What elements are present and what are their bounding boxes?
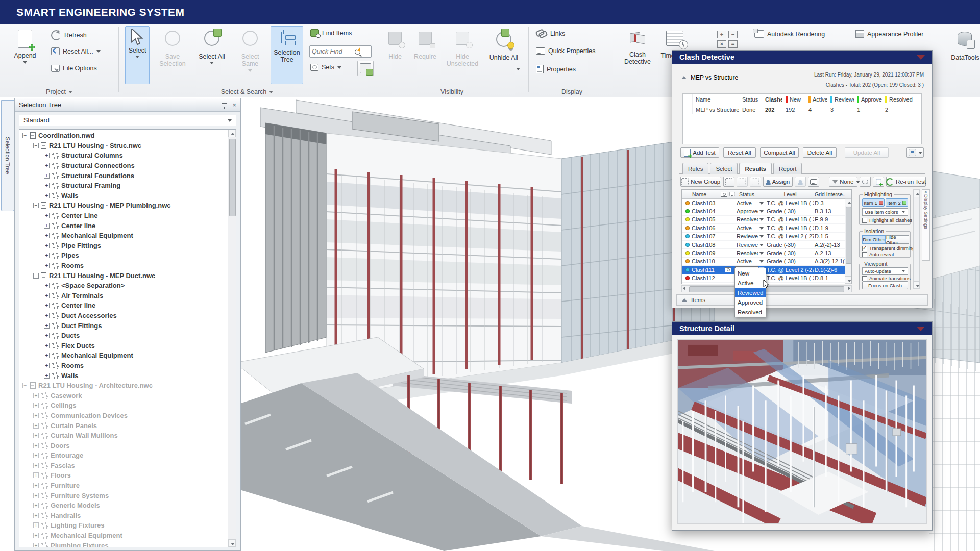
expander-icon[interactable] (44, 363, 50, 368)
clash-row[interactable]: Clash103 Active T.C. @ Level 1B (-29) D-… (682, 199, 851, 207)
clash-row[interactable]: Clash109 Resolved Grade (-30) A.2-13 (682, 249, 851, 257)
delete-all-button[interactable]: Delete All (803, 147, 837, 158)
clash-detective-panel-header[interactable]: Clash Detective (672, 51, 932, 64)
scroll-thumb[interactable] (846, 207, 851, 264)
status-option[interactable]: Active (735, 278, 766, 288)
tree-item[interactable]: R21 LTU Housing - Struc.nwc (19, 141, 228, 151)
clash-tab[interactable]: Results (739, 163, 772, 174)
select-all-button[interactable]: Select All (195, 26, 228, 84)
tree-item[interactable]: Handrails (19, 511, 228, 521)
expander-icon[interactable] (33, 433, 39, 438)
sets-button[interactable]: Sets (310, 64, 341, 71)
tree-scrollbar[interactable] (228, 130, 236, 547)
grid-col-icons[interactable] (721, 191, 735, 197)
export-button[interactable] (906, 147, 924, 158)
status-dropdown-arrow[interactable] (758, 225, 765, 231)
tree-item[interactable]: R21 LTU Housing - MEP Duct.nwc (19, 270, 228, 281)
tree-item[interactable]: Lighting Fixtures (19, 520, 228, 531)
clash-row[interactable]: Clash104 Approved Grade (-30) B.3-13 (682, 207, 851, 215)
expander-icon[interactable] (44, 253, 50, 258)
append-button[interactable]: Append (9, 27, 41, 84)
filter-select[interactable]: None (829, 177, 857, 187)
expander-icon[interactable] (33, 413, 39, 418)
expander-icon[interactable] (33, 423, 39, 429)
focus-on-clash-button[interactable]: Focus on Clash (862, 281, 908, 289)
close-icon[interactable]: × (232, 102, 236, 108)
expander-icon[interactable] (33, 203, 39, 208)
status-option[interactable]: Approved (735, 297, 766, 307)
structure-detail-header[interactable]: Structure Detail (672, 322, 932, 335)
col-reviewed[interactable]: Reviewed (827, 96, 854, 103)
expander-icon[interactable] (44, 353, 50, 358)
expander-icon[interactable] (33, 533, 39, 538)
items-section-bar[interactable]: Items (676, 294, 928, 306)
add-test-button[interactable]: Add Test (680, 147, 719, 158)
selection-tree-header[interactable]: Selection Tree × (15, 98, 240, 112)
tree-item[interactable]: Floors (19, 470, 228, 481)
rerun-test-button[interactable]: Re-run Test (886, 177, 926, 187)
clash-tab[interactable]: Select (710, 163, 738, 174)
panel-collapse-icon[interactable] (917, 327, 925, 331)
scroll-thumb[interactable] (229, 139, 236, 216)
scroll-down-icon[interactable] (913, 281, 919, 289)
tree-item[interactable]: R21 LTU Housing - MEP Plumbing.nwc (19, 201, 228, 211)
tree-item[interactable]: Fascias (19, 461, 228, 471)
clash-row[interactable]: Clash105 Resolved T.C. @ Level 1B (-28) … (682, 216, 851, 224)
tree-item[interactable]: Ducts (19, 331, 228, 341)
compact-all-button[interactable]: Compact All (760, 147, 799, 158)
structure-detail-image[interactable] (677, 339, 927, 524)
autodesk-rendering-button[interactable]: Autodesk Rendering (754, 30, 825, 38)
expander-icon[interactable] (22, 133, 28, 138)
scroll-up-icon[interactable] (845, 198, 851, 206)
expander-icon[interactable] (33, 393, 39, 398)
unassign-button[interactable] (795, 177, 806, 187)
hide-unselected-button[interactable]: Hide Unselected (443, 26, 482, 84)
hide-other-button[interactable]: Hide Other (886, 235, 909, 244)
checkbox-icon[interactable] (862, 218, 867, 223)
expander-icon[interactable] (33, 543, 39, 547)
auto-update-select[interactable]: Auto-update (862, 267, 908, 275)
tree-item[interactable]: Structural Columns (19, 151, 228, 161)
expander-icon[interactable] (44, 193, 50, 198)
tree-item[interactable]: Ceilings (19, 400, 228, 411)
expander-icon[interactable] (33, 483, 39, 488)
expander-icon[interactable] (44, 153, 50, 158)
refresh-button[interactable]: Refresh (51, 30, 87, 40)
status-dropdown-arrow[interactable] (758, 242, 765, 248)
update-all-button[interactable]: Update All (845, 147, 889, 158)
tree-item[interactable]: Duct Fittings (19, 320, 228, 331)
tree-item[interactable]: Structural Connections (19, 161, 228, 171)
clash-row[interactable]: Clash110 Active Grade (-30) A.3(2)-12.1(… (682, 258, 851, 266)
require-button[interactable]: Require (410, 26, 440, 84)
col-active[interactable]: Active (805, 96, 827, 103)
tree-mode-select[interactable]: Standard (19, 115, 236, 126)
select-same-button[interactable]: Select Same (234, 26, 266, 84)
expander-icon[interactable] (44, 173, 50, 179)
checkbox-checked-icon[interactable] (862, 246, 867, 251)
status-dropdown-arrow[interactable] (758, 233, 765, 239)
expander-icon[interactable] (44, 313, 50, 318)
status-dropdown-arrow[interactable] (758, 258, 765, 264)
expander-icon[interactable] (44, 223, 50, 229)
col-new[interactable]: New (782, 96, 805, 103)
grid-col-level[interactable]: Level (765, 191, 814, 197)
scroll-up-icon[interactable] (228, 130, 236, 137)
col-status[interactable]: Status (739, 96, 762, 103)
search-icon[interactable] (355, 49, 360, 55)
tree-item[interactable]: Doors (19, 440, 228, 450)
status-dropdown-arrow[interactable] (758, 250, 765, 256)
tree-item[interactable]: Center Line (19, 211, 228, 221)
clash-tab[interactable]: Rules (682, 163, 708, 174)
expander-icon[interactable] (33, 503, 39, 508)
reset-all-button[interactable]: Reset All... (51, 47, 101, 55)
tree-item[interactable]: Mechanical Equipment (19, 531, 228, 541)
tree-item[interactable]: Entourage (19, 450, 228, 461)
ungroup-button[interactable] (737, 177, 748, 187)
find-items-button[interactable]: Find Items (310, 29, 352, 37)
tree-item[interactable]: Casework (19, 390, 228, 400)
pin-icon[interactable] (222, 103, 227, 107)
scroll-down-icon[interactable] (228, 539, 236, 547)
tree-item[interactable]: Mechanical Equipment (19, 350, 228, 361)
expander-icon[interactable] (33, 522, 39, 528)
use-item-colors-select[interactable]: Use item colors (862, 208, 908, 216)
